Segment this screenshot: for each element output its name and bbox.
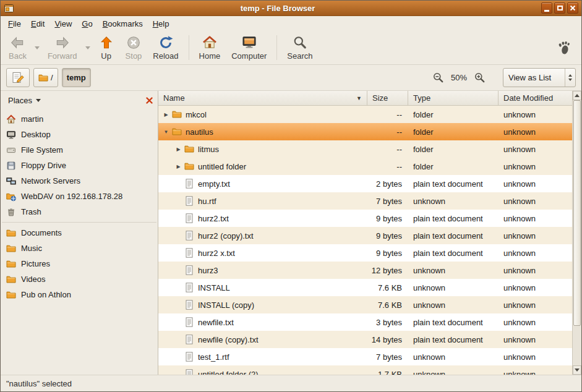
sidebar-item-documents[interactable]: Documents bbox=[1, 225, 158, 241]
vertical-scrollbar[interactable] bbox=[572, 91, 581, 375]
file-name: untitled folder (2) bbox=[198, 370, 259, 375]
file-row-litmus[interactable]: ▶litmus--folderunknown bbox=[158, 140, 572, 158]
text-file-icon bbox=[184, 231, 194, 241]
sidebar-item-webdav-on-192-168-178-28[interactable]: WebDAV on 192.168.178.28 bbox=[1, 189, 158, 204]
places-label: Places bbox=[8, 96, 32, 105]
computer-button[interactable]: Computer bbox=[226, 33, 272, 62]
forward-dropdown-arrow[interactable] bbox=[83, 46, 93, 49]
file-name: nautilus bbox=[186, 127, 213, 137]
file-name: test_1.rtf bbox=[198, 352, 229, 362]
sidebar-close-button[interactable] bbox=[146, 97, 153, 104]
expander-expanded-icon[interactable]: ▼ bbox=[161, 129, 171, 135]
view-mode-select[interactable]: View as List bbox=[503, 68, 576, 87]
spinner-up-icon bbox=[568, 74, 572, 77]
menu-item-help[interactable]: Help bbox=[148, 17, 174, 30]
file-name: empty.txt bbox=[198, 179, 230, 189]
scroll-up-button[interactable] bbox=[573, 91, 581, 100]
desktop-icon bbox=[6, 130, 16, 140]
scrollbar-thumb[interactable] bbox=[573, 100, 581, 326]
menu-item-file[interactable]: File bbox=[3, 17, 26, 30]
sidebar-item-network-servers[interactable]: Network Servers bbox=[1, 173, 158, 189]
zoom-in-button[interactable] bbox=[472, 70, 487, 85]
scroll-down-button[interactable] bbox=[573, 365, 581, 375]
minimize-button[interactable] bbox=[541, 2, 552, 14]
file-name: hurz3 bbox=[198, 266, 218, 275]
file-name: litmus bbox=[198, 145, 219, 154]
folder-icon bbox=[172, 127, 182, 137]
folder-icon bbox=[184, 144, 194, 154]
root-folder-button[interactable]: / bbox=[33, 68, 58, 87]
maximize-button[interactable] bbox=[554, 2, 565, 14]
file-list-pane: Name▼SizeTypeDate Modified ▶mkcol--folde… bbox=[158, 91, 581, 375]
stop-button[interactable]: Stop bbox=[120, 33, 148, 62]
trash-icon bbox=[6, 207, 16, 217]
file-row-install-copy[interactable]: INSTALL (copy)7.6 KBunknownunknown bbox=[158, 296, 572, 313]
up-button[interactable]: Up bbox=[93, 33, 120, 62]
sidebar-item-file-system[interactable]: File System bbox=[1, 142, 158, 158]
places-selector[interactable]: Places bbox=[6, 95, 43, 106]
file-row-untitled-folder-2[interactable]: untitled folder (2)1.7 KBunknownunknown bbox=[158, 365, 572, 375]
close-button[interactable] bbox=[567, 2, 578, 14]
back-button[interactable]: Back bbox=[3, 33, 32, 62]
view-mode-spinner[interactable] bbox=[565, 69, 575, 87]
file-row-untitled-folder[interactable]: ▶untitled folder--folderunknown bbox=[158, 158, 572, 175]
sidebar-item-trash[interactable]: Trash bbox=[1, 204, 158, 219]
text-file-icon bbox=[184, 369, 194, 375]
home-button[interactable]: Home bbox=[194, 33, 226, 62]
column-header-type[interactable]: Type bbox=[408, 91, 499, 106]
file-row-hurz2-x-txt[interactable]: hurz2 x.txt9 bytesplain text documentunk… bbox=[158, 244, 572, 262]
sidebar-item-pub-on-athlon[interactable]: Pub on Athlon bbox=[1, 287, 158, 302]
sidebar-item-martin[interactable]: martin bbox=[1, 111, 158, 127]
sidebar-item-desktop[interactable]: Desktop bbox=[1, 127, 158, 142]
file-row-newfile-txt[interactable]: newfile.txt3 bytesplain text documentunk… bbox=[158, 313, 572, 331]
file-row-hurz3[interactable]: hurz312 bytesunknownunknown bbox=[158, 262, 572, 279]
expander-collapsed-icon[interactable]: ▶ bbox=[161, 112, 171, 117]
folder-icon bbox=[6, 244, 16, 254]
column-header-name[interactable]: Name▼ bbox=[158, 91, 367, 106]
menu-item-edit[interactable]: Edit bbox=[26, 17, 49, 30]
file-row-nautilus[interactable]: ▼nautilus--folderunknown bbox=[158, 123, 572, 140]
sidebar-item-videos[interactable]: Videos bbox=[1, 271, 158, 287]
sidebar-item-music[interactable]: Music bbox=[1, 241, 158, 256]
menu-item-view[interactable]: View bbox=[49, 17, 77, 30]
sidebar-item-floppy-drive[interactable]: Floppy Drive bbox=[1, 158, 158, 173]
toolbar-separator bbox=[276, 35, 277, 60]
file-row-newfile-copy-txt[interactable]: newfile (copy).txt14 bytesplain text doc… bbox=[158, 331, 572, 348]
sidebar-item-pictures[interactable]: Pictures bbox=[1, 256, 158, 271]
file-row-hurz2-txt[interactable]: hurz2.txt9 bytesplain text documentunkno… bbox=[158, 210, 572, 227]
reload-label: Reload bbox=[153, 51, 178, 61]
text-file-icon bbox=[184, 265, 194, 275]
current-folder-button[interactable]: temp bbox=[62, 68, 91, 87]
column-header-size[interactable]: Size bbox=[367, 91, 408, 106]
text-file-icon bbox=[184, 317, 194, 327]
column-header-date-modified[interactable]: Date Modified bbox=[499, 91, 572, 106]
file-row-mkcol[interactable]: ▶mkcol--folderunknown bbox=[158, 106, 572, 123]
back-label: Back bbox=[9, 51, 27, 61]
sidebar-item-label: File System bbox=[21, 145, 63, 155]
menu-item-bookmarks[interactable]: Bookmarks bbox=[98, 17, 148, 30]
folder-icon bbox=[184, 161, 194, 171]
forward-button[interactable]: Forward bbox=[42, 33, 83, 62]
back-dropdown-arrow[interactable] bbox=[32, 46, 42, 49]
sidebar-item-label: WebDAV on 192.168.178.28 bbox=[21, 192, 122, 201]
scrollbar-track[interactable] bbox=[573, 100, 581, 365]
expander-collapsed-icon[interactable]: ▶ bbox=[174, 147, 183, 152]
text-file-icon bbox=[184, 334, 194, 344]
file-row-test-1-rtf[interactable]: test_1.rtf7 bytesunknownunknown bbox=[158, 348, 572, 365]
file-row-hu-rtf[interactable]: hu.rtf7 bytesunknownunknown bbox=[158, 192, 572, 210]
sidebar-item-label: Network Servers bbox=[21, 176, 80, 185]
sidebar-item-label: martin bbox=[21, 114, 43, 124]
titlebar[interactable]: temp - File Browser bbox=[1, 1, 581, 16]
edit-location-button[interactable] bbox=[6, 68, 30, 87]
forward-icon bbox=[54, 35, 71, 51]
file-row-empty-txt[interactable]: empty.txt2 bytesplain text documentunkno… bbox=[158, 175, 572, 192]
file-name: mkcol bbox=[186, 110, 207, 119]
file-row-install[interactable]: INSTALL7.6 KBunknownunknown bbox=[158, 279, 572, 296]
up-label: Up bbox=[101, 51, 111, 61]
reload-button[interactable]: Reload bbox=[147, 33, 184, 62]
menu-item-go[interactable]: Go bbox=[77, 17, 97, 30]
search-button[interactable]: Search bbox=[281, 33, 318, 62]
zoom-out-button[interactable] bbox=[431, 70, 446, 85]
file-row-hurz2-copy-txt[interactable]: hurz2 (copy).txt9 bytesplain text docume… bbox=[158, 227, 572, 244]
expander-collapsed-icon[interactable]: ▶ bbox=[174, 164, 183, 169]
